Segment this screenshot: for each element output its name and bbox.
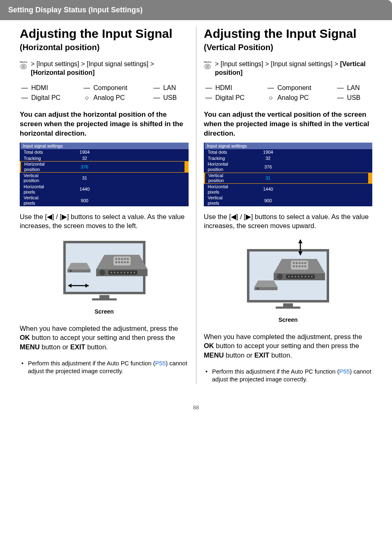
setting-row: Horizontal pixels1440 <box>21 184 189 195</box>
svg-rect-42 <box>276 307 300 309</box>
section-subtitle: (Vertical Position) <box>204 43 372 52</box>
left-column: Adjusting the Input Signal (Horizontal p… <box>12 27 196 384</box>
svg-point-11 <box>118 258 120 260</box>
compatibility-table: — HDMI — Component — LAN — Digital PC ○ … <box>20 83 189 103</box>
menu-icon: MENU <box>20 60 28 77</box>
svg-point-63 <box>277 274 283 279</box>
diagram-caption: Screen <box>20 308 189 315</box>
settings-header: Input signal settings <box>21 143 189 150</box>
svg-point-48 <box>304 262 307 264</box>
compat-sym: — <box>204 93 214 103</box>
compat-label: USB <box>161 93 189 103</box>
svg-point-24 <box>120 272 122 273</box>
completion-text: When you have completed the adjustment, … <box>204 332 372 360</box>
note-bullet: • Perform this adjustment if the Auto PC… <box>21 360 189 376</box>
svg-rect-43 <box>291 261 308 270</box>
svg-rect-20 <box>108 270 137 275</box>
usage-text: Use the [◀] / [▶] buttons to select a va… <box>204 212 372 231</box>
page-link[interactable]: P55 <box>155 360 166 367</box>
page-header: Setting Display Status (Input Settings) <box>0 0 392 20</box>
svg-point-59 <box>301 276 303 277</box>
compat-label: LAN <box>345 83 372 93</box>
svg-point-50 <box>296 265 298 268</box>
svg-point-22 <box>114 272 115 273</box>
svg-marker-66 <box>298 239 302 243</box>
svg-point-64 <box>256 287 259 290</box>
svg-rect-41 <box>283 303 293 307</box>
menu-icon: MENU <box>204 60 212 77</box>
svg-point-15 <box>115 261 117 263</box>
svg-point-53 <box>304 265 307 268</box>
svg-point-49 <box>293 265 295 268</box>
compat-sym: — <box>152 83 161 93</box>
compat-label: Component <box>92 83 152 93</box>
svg-point-16 <box>118 261 120 263</box>
section-subtitle: (Horizontal position) <box>20 43 189 52</box>
compat-sym: — <box>152 93 161 103</box>
compat-label: Analog PC <box>276 93 335 103</box>
svg-rect-54 <box>286 275 315 279</box>
svg-point-29 <box>99 270 105 275</box>
svg-point-61 <box>308 276 309 277</box>
section-title: Adjusting the Input Signal <box>20 27 189 41</box>
svg-point-45 <box>296 262 298 264</box>
page-link[interactable]: P55 <box>339 368 350 375</box>
description: You can adjust the horizontal position o… <box>20 110 189 138</box>
compat-label: LAN <box>161 83 189 93</box>
compat-label: Analog PC <box>92 93 152 103</box>
compatibility-table: — HDMI — Component — LAN — Digital PC ○ … <box>204 83 372 103</box>
settings-panel: Input signal settings Total dots1904 Tra… <box>204 143 372 206</box>
svg-rect-9 <box>113 256 131 265</box>
menu-path: MENU > [Input settings] > [Input signal … <box>20 60 189 77</box>
path-text: > [Input settings] > [Input signal setti… <box>31 60 189 77</box>
svg-point-14 <box>127 258 129 260</box>
note-bullet: • Perform this adjustment if the Auto PC… <box>205 368 372 384</box>
svg-point-60 <box>304 276 306 277</box>
compat-label: HDMI <box>30 83 82 93</box>
compat-label: USB <box>345 93 372 103</box>
usage-text: Use the [◀] / [▶] buttons to select a va… <box>20 212 189 231</box>
svg-point-23 <box>117 272 119 273</box>
svg-point-58 <box>298 276 300 277</box>
settings-panel: Input signal settings Total dots1904 Tra… <box>20 143 189 206</box>
svg-point-13 <box>124 258 126 260</box>
page-number: 88 <box>0 400 392 419</box>
svg-point-62 <box>311 276 313 277</box>
compat-sym: — <box>335 83 345 93</box>
svg-point-57 <box>295 276 296 277</box>
setting-row: Tracking32 <box>21 155 189 162</box>
svg-point-21 <box>111 272 112 273</box>
setting-row: Vertical pixels900 <box>205 195 373 206</box>
compat-sym: — <box>20 93 30 103</box>
setting-row: Vertical pixels900 <box>21 195 189 206</box>
svg-point-25 <box>124 272 125 273</box>
compat-sym: ○ <box>266 93 276 103</box>
setting-row: Horizontal pixels1440 <box>205 184 373 195</box>
settings-header: Input signal settings <box>205 143 373 150</box>
compat-label: Digital PC <box>30 93 82 103</box>
compat-label: Digital PC <box>214 93 266 103</box>
compat-label: Component <box>276 83 335 93</box>
svg-point-12 <box>121 258 123 260</box>
content: Adjusting the Input Signal (Horizontal p… <box>0 20 392 400</box>
compat-sym: — <box>82 83 92 93</box>
svg-point-27 <box>130 272 132 273</box>
setting-row: Vertical position31 <box>205 173 373 184</box>
setting-row: Horizontal position376 <box>205 161 373 172</box>
compat-sym: — <box>20 83 30 93</box>
compat-label: HDMI <box>214 83 266 93</box>
setting-row: Total dots1904 <box>205 149 373 155</box>
diagram-caption: Screen <box>204 316 372 323</box>
svg-point-30 <box>69 270 71 272</box>
svg-rect-8 <box>92 298 117 300</box>
svg-point-52 <box>302 265 304 268</box>
svg-point-18 <box>124 261 126 263</box>
compat-sym: — <box>266 83 276 93</box>
compat-sym: — <box>335 93 345 103</box>
section-title: Adjusting the Input Signal <box>204 27 372 41</box>
setting-row: Total dots1904 <box>21 149 189 155</box>
svg-point-51 <box>299 265 301 268</box>
svg-point-47 <box>302 262 304 264</box>
menu-path: MENU > [Input settings] > [Input signal … <box>204 60 372 77</box>
svg-point-10 <box>115 258 117 260</box>
